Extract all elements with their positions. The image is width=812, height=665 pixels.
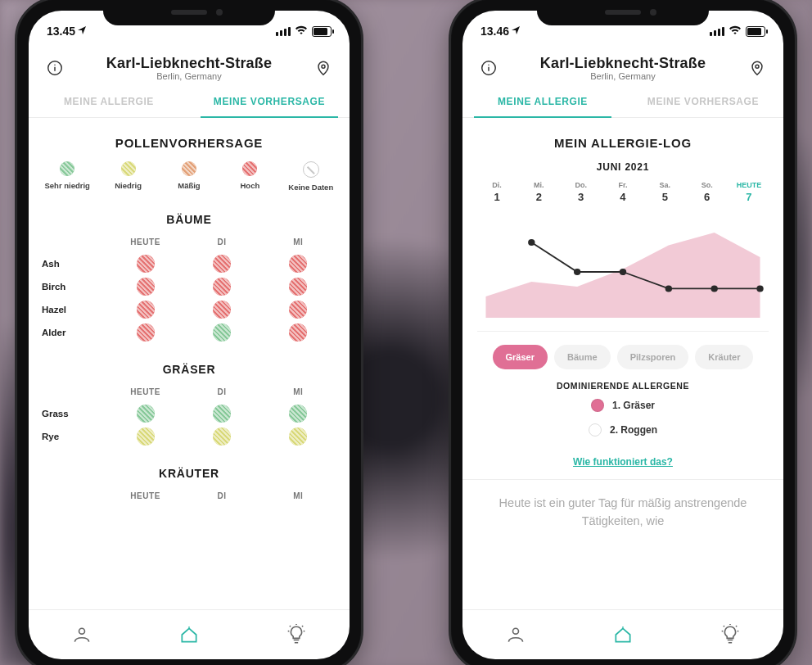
- nav-home-icon[interactable]: [607, 618, 639, 651]
- log-month: JUNI 2021: [462, 161, 783, 173]
- screen: 13.46 Karl-Liebkne: [462, 11, 783, 659]
- dominant-list: 1. Gräser2. Roggen: [462, 399, 783, 437]
- nav-profile-icon[interactable]: [65, 618, 98, 651]
- dominant-dot-icon: [589, 423, 602, 437]
- svg-point-22: [622, 627, 624, 628]
- legend-dot-nodata-icon: [303, 161, 319, 178]
- svg-line-26: [724, 626, 724, 627]
- phone-left: 13.45 Karl-Liebkne: [15, 0, 363, 665]
- allergen-name: Grass: [42, 409, 107, 418]
- table-row: Hazel: [42, 301, 336, 319]
- tab-meine-allergie[interactable]: MEINE ALLERGIE: [29, 86, 189, 117]
- legend-very-low: Sehr niedrig: [41, 161, 93, 192]
- allergen-chip[interactable]: Gräser: [493, 345, 548, 369]
- legend-dot-moderate-icon: [182, 161, 196, 176]
- allergy-log-content[interactable]: MEIN ALLERGIE-LOG JUNI 2021 Di.1Mi.2Do.3…: [462, 118, 783, 609]
- day-header: HEUTE: [107, 238, 183, 247]
- daily-tip: Heute ist ein guter Tag für mäßig anstre…: [480, 495, 765, 531]
- table-row: Ash: [42, 255, 336, 273]
- screen: 13.45 Karl-Liebkne: [29, 11, 350, 659]
- dominant-item: 1. Gräser: [591, 399, 655, 412]
- level-dot-icon: [137, 278, 155, 296]
- level-dot-icon: [289, 301, 307, 319]
- forecast-section-title: GRÄSER: [29, 363, 350, 376]
- wifi-icon: [295, 25, 308, 38]
- svg-line-10: [302, 626, 303, 627]
- nav-tips-icon[interactable]: [280, 618, 313, 651]
- table-row: Rye: [42, 428, 336, 446]
- level-dot-icon: [213, 428, 231, 446]
- svg-point-19: [710, 285, 717, 292]
- allergen-name: Birch: [42, 282, 107, 292]
- bottom-nav: [462, 609, 783, 659]
- location-arrow-icon: [78, 25, 86, 37]
- day-header: DI: [183, 387, 259, 396]
- chart-day[interactable]: So.6: [691, 181, 724, 203]
- allergen-chip[interactable]: Bäume: [554, 345, 611, 369]
- chart-day[interactable]: Sa.5: [648, 181, 681, 203]
- nav-home-icon[interactable]: [173, 618, 205, 651]
- level-dot-icon: [137, 405, 155, 423]
- cellular-icon: [710, 27, 724, 36]
- legend-high: Hoch: [223, 161, 276, 192]
- chart-day[interactable]: Mi.2: [522, 181, 555, 203]
- legend-low: Niedrig: [102, 161, 155, 192]
- svg-point-20: [756, 285, 763, 292]
- tab-meine-vorhersage[interactable]: MEINE VORHERSAGE: [623, 86, 783, 117]
- svg-point-15: [528, 239, 535, 246]
- level-dot-icon: [137, 428, 155, 446]
- bottom-nav: [29, 609, 350, 659]
- chart-day[interactable]: HEUTE7: [733, 181, 765, 203]
- svg-point-18: [665, 285, 672, 292]
- location-pin-icon[interactable]: [746, 57, 769, 79]
- table-row: Grass: [42, 405, 336, 423]
- how-it-works-link[interactable]: Wie funktioniert das?: [462, 456, 783, 468]
- allergen-chip[interactable]: Kräuter: [695, 345, 753, 369]
- nav-tips-icon[interactable]: [714, 618, 747, 651]
- forecast-title: POLLENVORHERSAGE: [29, 136, 350, 150]
- log-title: MEIN ALLERGIE-LOG: [462, 136, 783, 150]
- chart-day[interactable]: Fr.4: [607, 181, 639, 203]
- location-subtitle: Berlin, Germany: [500, 71, 746, 81]
- status-time: 13.46: [480, 25, 509, 38]
- svg-point-21: [513, 628, 519, 634]
- level-dot-icon: [289, 255, 307, 273]
- battery-icon: [746, 26, 765, 37]
- level-dot-icon: [289, 278, 307, 296]
- forecast-content[interactable]: POLLENVORHERSAGE Sehr niedrig Niedrig Mä…: [29, 118, 350, 609]
- nav-profile-icon[interactable]: [499, 618, 532, 651]
- wifi-icon: [729, 25, 742, 38]
- legend-dot-high-icon: [242, 161, 257, 176]
- location-title: Karl-Liebknecht-Straße: [500, 55, 746, 72]
- tab-meine-vorhersage[interactable]: MEINE VORHERSAGE: [189, 86, 350, 117]
- allergen-name: Rye: [42, 432, 107, 441]
- legend-dot-very-low-icon: [60, 161, 74, 176]
- forecast-section-title: BÄUME: [29, 213, 350, 226]
- allergen-chip[interactable]: Pilzsporen: [617, 345, 689, 369]
- svg-point-14: [756, 65, 759, 68]
- svg-line-9: [290, 626, 291, 627]
- level-dot-icon: [289, 323, 307, 342]
- location-title: Karl-Liebknecht-Straße: [66, 55, 312, 72]
- forecast-section-title: KRÄUTER: [29, 467, 350, 480]
- info-icon[interactable]: [477, 57, 500, 79]
- svg-point-5: [188, 627, 190, 628]
- chart-day[interactable]: Di.1: [480, 181, 513, 203]
- tabs: MEINE ALLERGIE MEINE VORHERSAGE: [29, 86, 350, 118]
- battery-icon: [312, 26, 332, 37]
- level-dot-icon: [213, 405, 231, 423]
- allergen-name: Alder: [42, 328, 107, 337]
- chart: Di.1Mi.2Do.3Fr.4Sa.5So.6HEUTE7: [477, 181, 769, 332]
- day-header: MI: [260, 387, 336, 396]
- chart-svg: [477, 211, 769, 318]
- chart-day[interactable]: Do.3: [565, 181, 598, 203]
- table-row: Alder: [42, 323, 336, 342]
- status-time: 13.45: [47, 25, 75, 38]
- svg-point-16: [574, 269, 580, 275]
- dominant-title: DOMINIERENDE ALLERGENE: [462, 381, 783, 391]
- location-pin-icon[interactable]: [312, 57, 335, 79]
- tab-meine-allergie[interactable]: MEINE ALLERGIE: [462, 86, 623, 117]
- location-arrow-icon: [512, 25, 520, 37]
- cellular-icon: [276, 27, 291, 36]
- info-icon[interactable]: [43, 57, 66, 79]
